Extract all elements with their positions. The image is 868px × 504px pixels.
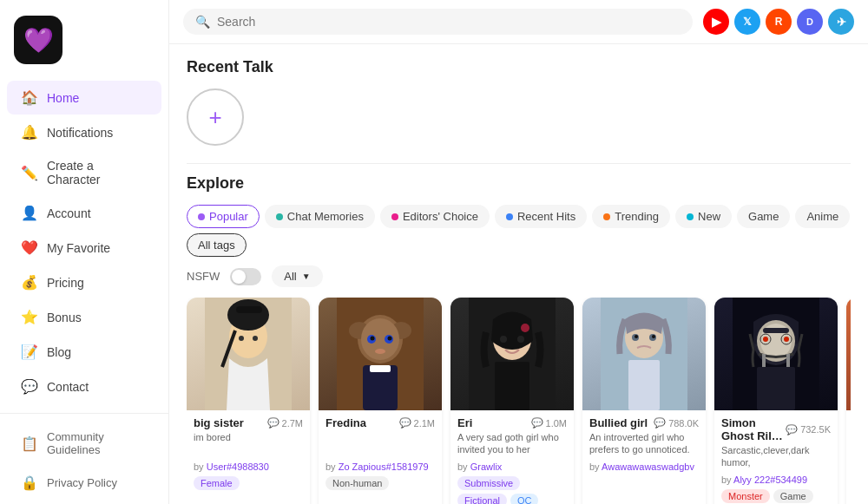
sidebar-item-label: Notifications bbox=[47, 126, 113, 140]
nsfw-row: NSFW All ▼ bbox=[187, 265, 851, 287]
nsfw-toggle[interactable] bbox=[230, 268, 261, 285]
svg-point-21 bbox=[500, 336, 507, 343]
card-name-row: Simon Ghost Ril… 💬 732.5K bbox=[721, 416, 831, 442]
svg-rect-31 bbox=[628, 360, 660, 410]
card-count: 💬 732.5K bbox=[786, 424, 831, 435]
svg-rect-6 bbox=[236, 306, 262, 313]
svg-point-14 bbox=[371, 337, 375, 341]
all-filter-dropdown[interactable]: All ▼ bbox=[272, 265, 322, 287]
sidebar-item-contact[interactable]: 💬 Contact bbox=[7, 370, 161, 403]
card-count: 💬 788.0K bbox=[654, 417, 699, 429]
sidebar-item-my-favorite[interactable]: ❤️ My Favorite bbox=[7, 231, 161, 265]
tag: Monster bbox=[721, 489, 770, 503]
card-author: by Zo Zapious#1581979 bbox=[326, 461, 435, 472]
chat-count-icon: 💬 bbox=[654, 417, 666, 429]
card-image bbox=[846, 298, 851, 410]
explore-title: Explore bbox=[187, 174, 851, 193]
card-desc bbox=[326, 431, 435, 457]
blog-icon: 📝 bbox=[21, 344, 38, 360]
youtube-icon[interactable]: ▶ bbox=[703, 9, 729, 35]
sidebar-item-community-guidelines[interactable]: 📋 Community Guidelines bbox=[7, 422, 161, 465]
card-body: Eri 💬 1.0M A very sad goth girl who invi… bbox=[450, 410, 574, 504]
sidebar-item-home[interactable]: 🏠 Home bbox=[7, 81, 161, 115]
reddit-icon[interactable]: R bbox=[766, 9, 792, 35]
notifications-icon: 🔔 bbox=[21, 124, 38, 141]
tab-all-tags[interactable]: All tags bbox=[187, 233, 247, 257]
card-desc: Sarcastic,clever,dark humor, strong,gloo… bbox=[721, 444, 831, 470]
chat-memories-dot bbox=[276, 213, 283, 220]
twitter-icon[interactable]: 𝕏 bbox=[734, 9, 760, 35]
svg-point-15 bbox=[388, 337, 392, 341]
favorite-icon: ❤️ bbox=[21, 239, 38, 256]
create-character-icon: ✏️ bbox=[21, 165, 38, 181]
tab-new[interactable]: New bbox=[675, 205, 732, 228]
sidebar-item-blog[interactable]: 📝 Blog bbox=[7, 335, 161, 369]
sidebar-item-label: My Favorite bbox=[47, 241, 110, 255]
popular-dot bbox=[198, 213, 205, 220]
tab-trending[interactable]: Trending bbox=[592, 205, 670, 228]
main-content: 🔍 ▶ 𝕏 R D ✈ Recent Talk + Explore bbox=[169, 0, 868, 504]
sidebar-item-bonus[interactable]: ⭐ Bonus bbox=[7, 300, 161, 334]
telegram-icon[interactable]: ✈ bbox=[828, 9, 854, 35]
tab-editors-choice[interactable]: Editors' Choice bbox=[380, 205, 490, 228]
tab-recent-hits[interactable]: Recent Hits bbox=[495, 205, 587, 228]
card-body: big sister 💬 2.7M im bored by User#49888… bbox=[187, 410, 310, 495]
card-name: big sister bbox=[194, 416, 244, 429]
tab-anime[interactable]: Anime bbox=[795, 205, 850, 228]
svg-point-24 bbox=[521, 324, 529, 332]
tab-trending-label: Trending bbox=[615, 210, 659, 223]
sidebar-item-pricing[interactable]: 💰 Pricing bbox=[7, 265, 161, 299]
search-box[interactable]: 🔍 bbox=[183, 9, 693, 35]
tab-game[interactable]: Game bbox=[737, 205, 790, 228]
add-recent-talk-button[interactable]: + bbox=[187, 88, 244, 146]
sidebar-item-label: Contact bbox=[47, 380, 89, 394]
card-author: by Alyy 222#534499 bbox=[721, 475, 831, 485]
pricing-icon: 💰 bbox=[21, 274, 38, 291]
sidebar-item-notifications[interactable]: 🔔 Notifications bbox=[7, 115, 161, 149]
chat-count-icon: 💬 bbox=[267, 417, 279, 429]
card-name-row: Bullied girl 💬 788.0K bbox=[589, 416, 699, 429]
tab-chat-memories[interactable]: Chat Memories bbox=[265, 205, 375, 228]
sidebar-item-create-character[interactable]: ✏️ Create a Character bbox=[7, 150, 161, 195]
cards-row-1: big sister 💬 2.7M im bored by User#49888… bbox=[187, 298, 851, 504]
character-card-katsuki[interactable]: Katsuki B… 💬 He doesn't girlfriend, se p… bbox=[846, 298, 851, 504]
sidebar-item-privacy-policy[interactable]: 🔒 Privacy Policy bbox=[7, 466, 161, 500]
character-card-fredina[interactable]: Fredina 💬 2.1M by Zo Zapious#1581979 Non… bbox=[319, 298, 442, 504]
tab-popular[interactable]: Popular bbox=[187, 205, 260, 228]
contact-icon: 💬 bbox=[21, 378, 38, 395]
bonus-icon: ⭐ bbox=[21, 309, 38, 325]
chevron-down-icon: ▼ bbox=[302, 272, 311, 281]
character-card-simon-ghost[interactable]: Simon Ghost Ril… 💬 732.5K Sarcastic,clev… bbox=[714, 298, 838, 504]
trending-dot bbox=[603, 213, 610, 220]
sidebar-item-terms-of-use[interactable]: 📄 Terms of Use bbox=[7, 501, 161, 504]
character-card-big-sister[interactable]: big sister 💬 2.7M im bored by User#49888… bbox=[187, 298, 310, 504]
search-input[interactable] bbox=[217, 15, 681, 29]
tag: Non-human bbox=[326, 476, 389, 490]
svg-point-5 bbox=[253, 336, 258, 341]
svg-point-30 bbox=[652, 335, 655, 338]
character-card-bullied-girl[interactable]: Bullied girl 💬 788.0K An introverted gir… bbox=[582, 298, 706, 504]
recent-talk-title: Recent Talk bbox=[187, 58, 851, 76]
card-author: by User#4988830 bbox=[194, 461, 303, 472]
chat-count-icon: 💬 bbox=[399, 417, 411, 429]
card-tags: Non-human bbox=[326, 476, 435, 490]
recent-talk-section: Recent Talk + bbox=[187, 58, 851, 146]
sidebar-item-label: Pricing bbox=[47, 276, 84, 290]
sidebar-item-account[interactable]: 👤 Account bbox=[7, 196, 161, 230]
card-author: by Grawlix bbox=[457, 461, 567, 472]
character-card-eri[interactable]: Eri 💬 1.0M A very sad goth girl who invi… bbox=[450, 298, 574, 504]
svg-point-29 bbox=[635, 335, 638, 338]
tab-all-tags-label: All tags bbox=[198, 239, 235, 252]
card-count: 💬 2.1M bbox=[399, 417, 435, 429]
tag: Female bbox=[194, 476, 240, 490]
tab-popular-label: Popular bbox=[209, 210, 248, 223]
page-content: Recent Talk + Explore Popular Chat Memor… bbox=[169, 44, 868, 504]
card-desc: An introverted girl who prefers to go un… bbox=[589, 431, 699, 457]
tag: Game bbox=[773, 489, 813, 503]
svg-rect-41 bbox=[763, 328, 789, 333]
plus-icon: + bbox=[208, 104, 221, 131]
nsfw-label: NSFW bbox=[187, 270, 220, 283]
tag: OC bbox=[510, 494, 539, 504]
discord-icon[interactable]: D bbox=[797, 9, 823, 35]
card-image bbox=[187, 298, 310, 410]
